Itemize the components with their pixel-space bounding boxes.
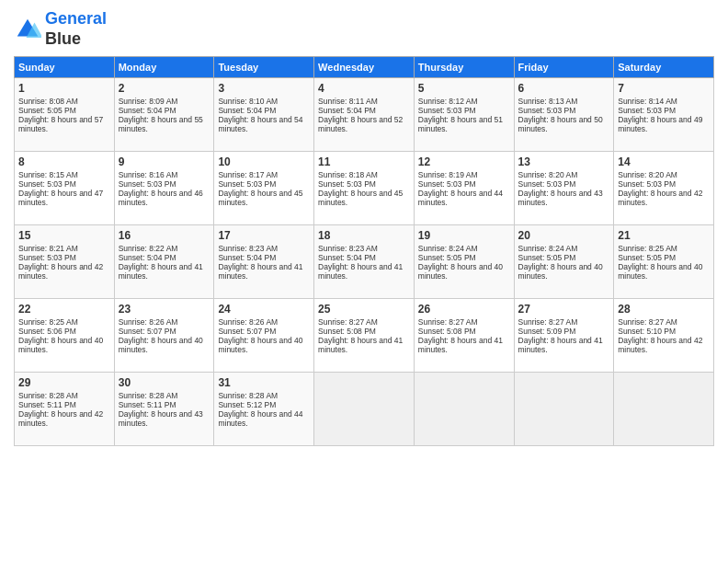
calendar-cell-2-1: 9Sunrise: 8:16 AMSunset: 5:03 PMDaylight…: [114, 152, 214, 225]
calendar-cell-5-0: 29Sunrise: 8:28 AMSunset: 5:11 PMDayligh…: [15, 373, 115, 446]
day-number: 16: [119, 229, 210, 242]
sunrise-text: Sunrise: 8:11 AM: [318, 97, 410, 106]
day-number: 19: [418, 229, 510, 242]
calendar-cell-1-3: 4Sunrise: 8:11 AMSunset: 5:04 PMDaylight…: [314, 78, 415, 152]
day-number: 30: [119, 376, 210, 389]
daylight-text: Daylight: 8 hours and 54 minutes.: [218, 115, 310, 133]
sunrise-text: Sunrise: 8:25 AM: [618, 244, 710, 253]
day-number: 11: [318, 155, 410, 168]
calendar-cell-2-2: 10Sunrise: 8:17 AMSunset: 5:03 PMDayligh…: [214, 152, 314, 225]
calendar-cell-1-0: 1Sunrise: 8:08 AMSunset: 5:05 PMDaylight…: [15, 78, 115, 152]
sunset-text: Sunset: 5:11 PM: [119, 400, 210, 409]
calendar-cell-2-4: 12Sunrise: 8:19 AMSunset: 5:03 PMDayligh…: [414, 152, 514, 225]
sunrise-text: Sunrise: 8:28 AM: [218, 391, 310, 400]
calendar-week-4: 22Sunrise: 8:25 AMSunset: 5:06 PMDayligh…: [15, 299, 714, 373]
sunrise-text: Sunrise: 8:27 AM: [518, 317, 610, 327]
sunset-text: Sunset: 5:04 PM: [318, 253, 410, 262]
calendar-cell-2-3: 11Sunrise: 8:18 AMSunset: 5:03 PMDayligh…: [314, 152, 415, 225]
calendar-cell-1-4: 5Sunrise: 8:12 AMSunset: 5:03 PMDaylight…: [414, 78, 514, 152]
day-of-week-sunday: Sunday: [15, 57, 115, 78]
sunset-text: Sunset: 5:11 PM: [18, 400, 110, 409]
calendar-cell-1-5: 6Sunrise: 8:13 AMSunset: 5:03 PMDaylight…: [514, 78, 614, 152]
sunrise-text: Sunrise: 8:28 AM: [18, 391, 110, 400]
page-header: General Blue: [14, 9, 714, 49]
sunrise-text: Sunrise: 8:23 AM: [218, 244, 310, 253]
day-number: 20: [518, 229, 610, 242]
calendar-cell-1-6: 7Sunrise: 8:14 AMSunset: 5:03 PMDaylight…: [614, 78, 714, 152]
day-number: 7: [618, 82, 710, 95]
sunrise-text: Sunrise: 8:15 AM: [18, 170, 110, 179]
daylight-text: Daylight: 8 hours and 42 minutes.: [618, 336, 710, 354]
daylight-text: Daylight: 8 hours and 49 minutes.: [618, 115, 710, 133]
sunset-text: Sunset: 5:04 PM: [218, 106, 310, 115]
sunset-text: Sunset: 5:03 PM: [418, 179, 510, 189]
calendar-cell-1-1: 2Sunrise: 8:09 AMSunset: 5:04 PMDaylight…: [114, 78, 214, 152]
daylight-text: Daylight: 8 hours and 55 minutes.: [119, 115, 210, 133]
day-number: 2: [119, 82, 210, 95]
sunset-text: Sunset: 5:03 PM: [119, 179, 210, 189]
day-of-week-tuesday: Tuesday: [214, 57, 314, 78]
calendar-cell-3-2: 17Sunrise: 8:23 AMSunset: 5:04 PMDayligh…: [214, 225, 314, 299]
day-number: 6: [518, 82, 610, 95]
sunrise-text: Sunrise: 8:14 AM: [618, 97, 710, 106]
daylight-text: Daylight: 8 hours and 41 minutes.: [218, 262, 310, 281]
day-number: 5: [418, 82, 510, 95]
daylight-text: Daylight: 8 hours and 40 minutes.: [18, 336, 110, 354]
day-number: 24: [218, 303, 310, 316]
day-number: 29: [18, 376, 110, 389]
calendar-cell-2-0: 8Sunrise: 8:15 AMSunset: 5:03 PMDaylight…: [15, 152, 115, 225]
sunrise-text: Sunrise: 8:22 AM: [119, 244, 210, 253]
day-number: 10: [218, 155, 310, 168]
calendar-cell-4-0: 22Sunrise: 8:25 AMSunset: 5:06 PMDayligh…: [15, 299, 115, 373]
calendar-cell-4-1: 23Sunrise: 8:26 AMSunset: 5:07 PMDayligh…: [114, 299, 214, 373]
calendar-week-3: 15Sunrise: 8:21 AMSunset: 5:03 PMDayligh…: [15, 225, 714, 299]
sunset-text: Sunset: 5:04 PM: [218, 253, 310, 262]
sunset-text: Sunset: 5:07 PM: [119, 327, 210, 336]
day-number: 26: [418, 303, 510, 316]
day-number: 15: [18, 229, 110, 242]
daylight-text: Daylight: 8 hours and 44 minutes.: [218, 409, 310, 428]
calendar-cell-5-6: [614, 373, 714, 446]
calendar-table: SundayMondayTuesdayWednesdayThursdayFrid…: [14, 56, 714, 446]
sunset-text: Sunset: 5:03 PM: [518, 106, 610, 115]
day-number: 22: [18, 303, 110, 316]
calendar-cell-5-3: [314, 373, 415, 446]
daylight-text: Daylight: 8 hours and 51 minutes.: [418, 115, 510, 133]
sunrise-text: Sunrise: 8:27 AM: [618, 317, 710, 327]
sunrise-text: Sunrise: 8:20 AM: [618, 170, 710, 179]
calendar-cell-3-4: 19Sunrise: 8:24 AMSunset: 5:05 PMDayligh…: [414, 225, 514, 299]
sunset-text: Sunset: 5:03 PM: [618, 106, 710, 115]
sunrise-text: Sunrise: 8:28 AM: [119, 391, 210, 400]
daylight-text: Daylight: 8 hours and 45 minutes.: [218, 189, 310, 207]
sunset-text: Sunset: 5:10 PM: [618, 327, 710, 336]
daylight-text: Daylight: 8 hours and 47 minutes.: [18, 189, 110, 207]
sunrise-text: Sunrise: 8:19 AM: [418, 170, 510, 179]
day-of-week-friday: Friday: [514, 57, 614, 78]
sunset-text: Sunset: 5:12 PM: [218, 400, 310, 409]
calendar-cell-5-2: 31Sunrise: 8:28 AMSunset: 5:12 PMDayligh…: [214, 373, 314, 446]
day-number: 31: [218, 376, 310, 389]
calendar-cell-3-3: 18Sunrise: 8:23 AMSunset: 5:04 PMDayligh…: [314, 225, 415, 299]
day-number: 4: [318, 82, 410, 95]
daylight-text: Daylight: 8 hours and 40 minutes.: [518, 262, 610, 281]
sunset-text: Sunset: 5:03 PM: [318, 179, 410, 189]
sunset-text: Sunset: 5:03 PM: [418, 106, 510, 115]
day-number: 28: [618, 303, 710, 316]
calendar-cell-1-2: 3Sunrise: 8:10 AMSunset: 5:04 PMDaylight…: [214, 78, 314, 152]
day-number: 23: [119, 303, 210, 316]
daylight-text: Daylight: 8 hours and 43 minutes.: [119, 409, 210, 428]
daylight-text: Daylight: 8 hours and 45 minutes.: [318, 189, 410, 207]
day-number: 18: [318, 229, 410, 242]
sunrise-text: Sunrise: 8:27 AM: [418, 317, 510, 327]
calendar-cell-5-5: [514, 373, 614, 446]
logo-icon: [14, 16, 41, 43]
sunset-text: Sunset: 5:03 PM: [618, 179, 710, 189]
daylight-text: Daylight: 8 hours and 40 minutes.: [218, 336, 310, 354]
calendar-cell-3-1: 16Sunrise: 8:22 AMSunset: 5:04 PMDayligh…: [114, 225, 214, 299]
day-number: 9: [119, 155, 210, 168]
sunset-text: Sunset: 5:06 PM: [18, 327, 110, 336]
sunset-text: Sunset: 5:05 PM: [618, 253, 710, 262]
logo-text: General Blue: [45, 9, 107, 49]
sunset-text: Sunset: 5:03 PM: [18, 253, 110, 262]
day-number: 1: [18, 82, 110, 95]
